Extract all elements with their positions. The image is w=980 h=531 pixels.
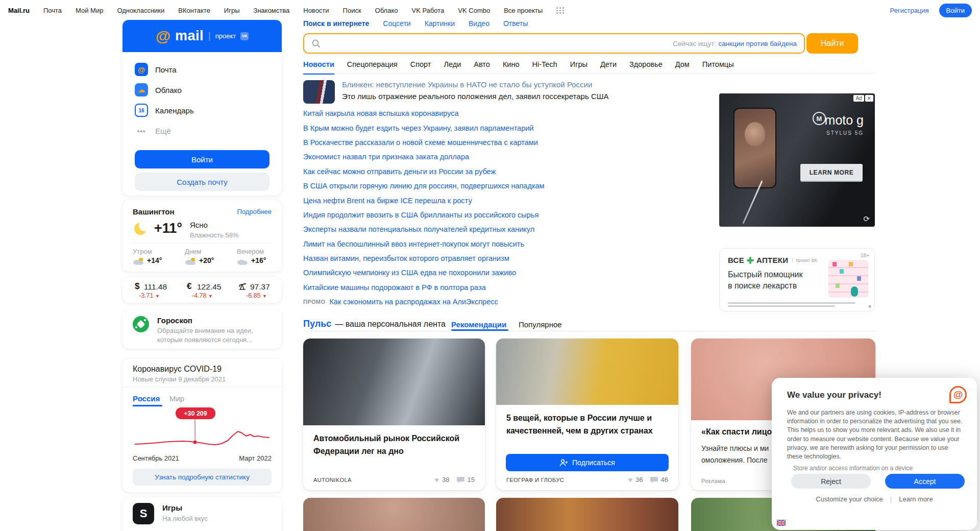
covid-chart-dot: [193, 441, 197, 444]
weather-humidity: Влажность 58%: [190, 231, 238, 239]
tab-web-search[interactable]: Поиск в интернете: [303, 19, 369, 28]
news-item[interactable]: Эксперты назвали потенциальных получател…: [303, 222, 630, 236]
news-tab-pitomcy[interactable]: Питомцы: [702, 60, 734, 75]
weather-more-link[interactable]: Подробнее: [237, 208, 272, 215]
nav-novosti[interactable]: Новости: [303, 7, 329, 14]
news-item[interactable]: Цена нефти Brent на бирже ICE перешла к …: [303, 193, 630, 207]
nav-vk-rabota[interactable]: VK Работа: [411, 7, 444, 14]
feed-card-auto[interactable]: Автомобильный рынок РоссийскойФедерации …: [303, 339, 485, 490]
news-tab-specoperacia[interactable]: Спецоперация: [347, 60, 398, 75]
news-tab-kino[interactable]: Кино: [503, 60, 520, 75]
covid-tab-russia[interactable]: Россия: [133, 394, 160, 403]
tab-images[interactable]: Картинки: [425, 19, 455, 28]
nav-pochta[interactable]: Почта: [43, 7, 62, 14]
main-story-title[interactable]: Блинкен: невступление Украины в НАТО не …: [342, 80, 609, 89]
tab-social[interactable]: Соцсети: [383, 19, 410, 28]
ad-close-icon[interactable]: ✕: [865, 95, 873, 102]
news-item[interactable]: Экономист назвал три признака заката дол…: [303, 150, 630, 164]
news-item[interactable]: В США открыли горячую линию для россиян,…: [303, 179, 630, 193]
pulse-tab-recommendations[interactable]: Рекомендации: [451, 320, 506, 329]
feed-card-author[interactable]: ГЕОГРАФ И ГЛОБУС: [506, 477, 564, 483]
nav-odnoklassniki[interactable]: Одноклассники: [117, 7, 164, 14]
horoscope-title[interactable]: Гороскоп: [157, 316, 192, 325]
language-flag-icon[interactable]: [777, 520, 786, 526]
now-searching-query[interactable]: санкции против байдена: [718, 40, 797, 47]
display-ad-moto[interactable]: M moto g STYLUS 5G LEARN MORE Ad ✕ ⟳: [719, 93, 875, 227]
nav-poisk[interactable]: Поиск: [343, 7, 361, 14]
reject-button[interactable]: Reject: [791, 474, 871, 489]
news-item[interactable]: Назван витамин, переизбыток которого отр…: [303, 251, 630, 266]
news-tab-novosti[interactable]: Новости: [303, 60, 334, 75]
news-tab-ledi[interactable]: Леди: [444, 60, 461, 75]
news-item[interactable]: Олимпийскую чемпионку из США едва не пох…: [303, 266, 630, 280]
covid-tab-world[interactable]: Мир: [169, 394, 184, 403]
login-button-top[interactable]: Войти: [939, 4, 972, 17]
nav-vse-proekty[interactable]: Все проекты: [504, 7, 543, 14]
news-item[interactable]: Лимит на беспошлинный ввоз интернет-поку…: [303, 237, 630, 251]
tab-answers[interactable]: Ответы: [503, 19, 528, 28]
apps-grid-icon[interactable]: [556, 7, 565, 14]
cookie-store-row[interactable]: Store and/or access information on a dev…: [793, 465, 913, 472]
sidebar-item-calendar[interactable]: 16 Календарь: [135, 100, 282, 120]
search-input[interactable]: [326, 39, 673, 48]
nav-znakomstva[interactable]: Знакомства: [254, 7, 290, 14]
news-list: Китай накрыла новая вспышка коронавируса…: [303, 106, 630, 309]
sidebar-item-more[interactable]: ••• Ещё: [135, 120, 282, 141]
news-tab-dom[interactable]: Дом: [675, 60, 690, 75]
registration-link[interactable]: Регистрация: [890, 7, 929, 14]
nav-igry[interactable]: Игры: [224, 7, 240, 14]
search-submit-button[interactable]: Найти: [806, 33, 858, 54]
nav-oblako[interactable]: Облако: [375, 7, 398, 14]
display-ad-pharmacy[interactable]: ВСЕ АПТЕКИ проект ВК 18+ Быстрый помощни…: [719, 248, 875, 311]
news-item[interactable]: Как сейчас можно отправить деньги из Рос…: [303, 164, 630, 179]
nav-mailru[interactable]: Mail.ru: [8, 7, 30, 14]
currency-rates-widget[interactable]: $ 111.48 -3.71 ▼ € 122.45 -4.78 ▼ 97.37 …: [122, 277, 282, 303]
news-tab-avto[interactable]: Авто: [474, 60, 490, 75]
games-widget[interactable]: S Игры На любой вкус: [122, 497, 282, 531]
news-item[interactable]: Китайские машины подорожают в РФ в полто…: [303, 280, 630, 295]
mail-logo[interactable]: @ mail | проект VK: [122, 20, 282, 52]
news-tab-igry[interactable]: Игры: [570, 60, 587, 75]
horoscope-widget[interactable]: Гороскоп Обращайте внимание на идеи, кот…: [122, 310, 282, 349]
nav-vk-combo[interactable]: VK Combo: [458, 7, 490, 14]
news-item[interactable]: В Крым можно будет ездить через Украину,…: [303, 120, 630, 135]
news-tab-zdorovie[interactable]: Здоровье: [629, 60, 663, 75]
chevron-down-icon[interactable]: ▾: [868, 303, 871, 310]
news-item[interactable]: Индия продолжит ввозить в США бриллианты…: [303, 208, 630, 222]
feed-card-title[interactable]: 5 вещей, которые в России лучше икачеств…: [496, 405, 678, 437]
comment-icon[interactable]: [650, 476, 658, 484]
news-tab-deti[interactable]: Дети: [600, 60, 617, 75]
feed-card-partial[interactable]: [496, 498, 678, 531]
games-title[interactable]: Игры: [162, 503, 182, 512]
nav-vkontakte[interactable]: ВКонтакте: [178, 7, 210, 14]
news-item[interactable]: В Роскачестве рассказали о новой схеме м…: [303, 135, 630, 150]
customize-choice-link[interactable]: Customize your choice: [816, 495, 883, 503]
heart-icon[interactable]: ♥: [434, 475, 439, 484]
pulse-title[interactable]: Пульс: [303, 319, 331, 329]
ad-refresh-icon[interactable]: ⟳: [863, 214, 870, 224]
create-mail-button[interactable]: Создать почту: [135, 173, 270, 191]
pulse-tab-popular[interactable]: Популярное: [519, 320, 562, 329]
news-tab-hitech[interactable]: Hi-Tech: [532, 60, 557, 75]
news-item-promo[interactable]: ПРОМО Как сэкономить на распродажах на А…: [303, 295, 630, 309]
sidebar-item-cloud[interactable]: ☁ Облако: [135, 80, 282, 100]
dollar-symbol: $: [135, 281, 139, 292]
sidebar-login-button[interactable]: Войти: [135, 150, 270, 168]
covid-stats-button[interactable]: Узнать подробную статистику: [133, 469, 272, 486]
sidebar-item-mail[interactable]: @ Почта: [135, 59, 282, 80]
main-story[interactable]: Блинкен: невступление Украины в НАТО не …: [303, 80, 630, 104]
news-item[interactable]: Китай накрыла новая вспышка коронавируса: [303, 106, 630, 120]
feed-card-title[interactable]: Автомобильный рынок РоссийскойФедерации …: [303, 425, 485, 457]
news-tab-sport[interactable]: Спорт: [410, 60, 431, 75]
subscribe-button[interactable]: Подписаться: [506, 454, 669, 471]
feed-card-author[interactable]: AUTONIKOLA: [313, 477, 352, 483]
accept-button[interactable]: Accept: [885, 474, 965, 489]
feed-card-bus[interactable]: 5 вещей, которые в России лучше икачеств…: [496, 339, 678, 490]
tab-video[interactable]: Видео: [469, 19, 489, 28]
nav-moy-mir[interactable]: Мой Мир: [76, 7, 103, 14]
comment-icon[interactable]: [457, 476, 464, 484]
learn-more-link[interactable]: Learn more: [899, 495, 933, 503]
heart-icon[interactable]: ♥: [628, 475, 632, 484]
ad-cta-button[interactable]: LEARN MORE: [800, 164, 863, 181]
feed-card-partial[interactable]: [303, 498, 485, 531]
